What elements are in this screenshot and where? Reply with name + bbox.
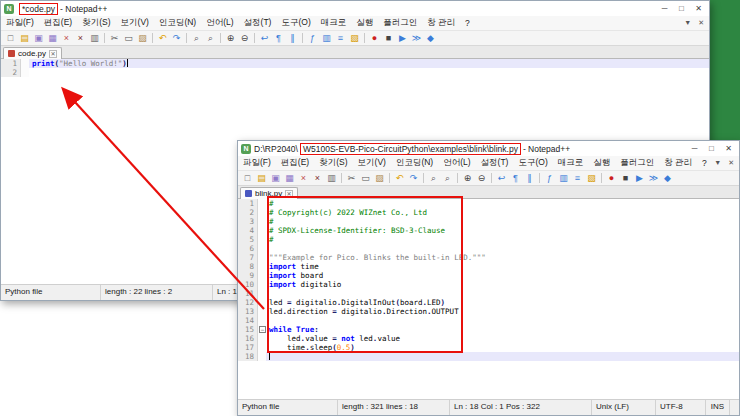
menu-item[interactable]: 도구(O) bbox=[276, 17, 315, 29]
menu-item[interactable]: 창 관리 bbox=[659, 157, 697, 169]
close-file-icon[interactable]: × bbox=[297, 172, 310, 184]
close-file-icon[interactable]: × bbox=[60, 32, 73, 44]
menu-item[interactable]: 찾기(S) bbox=[314, 157, 352, 169]
tab-close-icon[interactable]: ✕ bbox=[285, 190, 293, 198]
close-all-icon[interactable]: × bbox=[74, 32, 87, 44]
close-button[interactable]: ✕ bbox=[720, 144, 737, 153]
save-icon[interactable]: ▣ bbox=[32, 32, 45, 44]
menu-overflow-icon[interactable]: ▼ bbox=[684, 19, 691, 27]
redo-icon[interactable]: ↷ bbox=[407, 172, 420, 184]
replace-icon[interactable]: ⌕ bbox=[204, 32, 217, 44]
print-icon[interactable]: ▥ bbox=[88, 32, 101, 44]
menu-item[interactable]: 언어(L) bbox=[438, 157, 475, 169]
menu-item[interactable]: 플러그인 bbox=[378, 17, 422, 29]
copy-icon[interactable]: ▭ bbox=[122, 32, 135, 44]
macro-play-icon[interactable]: ▶ bbox=[396, 32, 409, 44]
zoom-in-icon[interactable]: ⊕ bbox=[224, 32, 237, 44]
folder-workspace-icon[interactable]: ▧ bbox=[585, 172, 598, 184]
new-file-icon[interactable]: □ bbox=[241, 172, 254, 184]
menu-item[interactable]: 실행 bbox=[351, 17, 378, 29]
menu-overflow-icon[interactable]: ▼ bbox=[714, 159, 721, 167]
maximize-button[interactable]: □ bbox=[703, 144, 720, 153]
word-wrap-icon[interactable]: ↩ bbox=[258, 32, 271, 44]
cut-icon[interactable]: ✂ bbox=[345, 172, 358, 184]
paste-icon[interactable]: ▨ bbox=[373, 172, 386, 184]
macro-save-icon[interactable]: ◆ bbox=[661, 172, 674, 184]
open-file-icon[interactable]: ▤ bbox=[18, 32, 31, 44]
macro-run-multiple-icon[interactable]: ≫ bbox=[410, 32, 423, 44]
editor-area[interactable]: 1#2# Copyright(c) 2022 WIZnet Co., Ltd3#… bbox=[238, 199, 739, 399]
menu-close-icon[interactable]: ✕ bbox=[728, 159, 734, 167]
macro-record-icon[interactable]: ● bbox=[605, 172, 618, 184]
find-icon[interactable]: ⌕ bbox=[190, 32, 203, 44]
copy-icon[interactable]: ▭ bbox=[359, 172, 372, 184]
paste-icon[interactable]: ▨ bbox=[136, 32, 149, 44]
function-list-icon[interactable]: ƒ bbox=[543, 172, 556, 184]
menu-item[interactable]: 설정(T) bbox=[476, 157, 514, 169]
menu-item[interactable]: 편집(E) bbox=[276, 157, 314, 169]
zoom-out-icon[interactable]: ⊖ bbox=[238, 32, 251, 44]
macro-play-icon[interactable]: ▶ bbox=[633, 172, 646, 184]
undo-icon[interactable]: ↶ bbox=[393, 172, 406, 184]
menu-item[interactable]: 파일(F) bbox=[238, 157, 276, 169]
save-all-icon[interactable]: ▦ bbox=[283, 172, 296, 184]
fold-collapse-icon[interactable]: − bbox=[259, 326, 266, 333]
doc-list-icon[interactable]: ≡ bbox=[571, 172, 584, 184]
menu-item[interactable]: 매크로 bbox=[316, 17, 352, 29]
menu-item[interactable]: 편집(E) bbox=[39, 17, 77, 29]
minimize-button[interactable]: ─ bbox=[686, 144, 703, 153]
menu-item[interactable]: 파일(F) bbox=[1, 17, 39, 29]
macro-run-multiple-icon[interactable]: ≫ bbox=[647, 172, 660, 184]
menu-item[interactable]: 보기(V) bbox=[116, 17, 154, 29]
tab-code-py[interactable]: code.py ✕ bbox=[3, 47, 62, 59]
menu-item[interactable]: ? bbox=[460, 18, 475, 28]
show-all-chars-icon[interactable]: ¶ bbox=[509, 172, 522, 184]
menu-item[interactable]: 보기(V) bbox=[353, 157, 391, 169]
close-all-icon[interactable]: × bbox=[311, 172, 324, 184]
print-icon[interactable]: ▥ bbox=[325, 172, 338, 184]
title-bar[interactable]: N D:\RP2040\W5100S-EVB-Pico-CircuitPytho… bbox=[238, 141, 739, 156]
title-bar[interactable]: N *code.py - Notepad++ ─ □ ✕ bbox=[1, 1, 709, 16]
menu-item[interactable]: 인코딩(N) bbox=[154, 17, 201, 29]
menu-item[interactable]: 플러그인 bbox=[615, 157, 659, 169]
macro-record-icon[interactable]: ● bbox=[368, 32, 381, 44]
zoom-out-icon[interactable]: ⊖ bbox=[475, 172, 488, 184]
doc-map-icon[interactable]: ▥ bbox=[320, 32, 333, 44]
cut-icon[interactable]: ✂ bbox=[108, 32, 121, 44]
macro-stop-icon[interactable]: ■ bbox=[619, 172, 632, 184]
close-button[interactable]: ✕ bbox=[690, 4, 707, 13]
folder-workspace-icon[interactable]: ▧ bbox=[348, 32, 361, 44]
word-wrap-icon[interactable]: ↩ bbox=[495, 172, 508, 184]
minimize-button[interactable]: ─ bbox=[656, 4, 673, 13]
menu-item[interactable]: 도구(O) bbox=[513, 157, 552, 169]
indent-guide-icon[interactable]: ∥ bbox=[523, 172, 536, 184]
tab-close-icon[interactable]: ✕ bbox=[49, 50, 57, 58]
macro-save-icon[interactable]: ◆ bbox=[424, 32, 437, 44]
doc-map-icon[interactable]: ▥ bbox=[557, 172, 570, 184]
new-file-icon[interactable]: □ bbox=[4, 32, 17, 44]
menu-item[interactable]: ? bbox=[697, 158, 712, 168]
tab-blink-py[interactable]: blink.py ✕ bbox=[240, 187, 298, 199]
replace-icon[interactable]: ⌕ bbox=[441, 172, 454, 184]
function-list-icon[interactable]: ƒ bbox=[306, 32, 319, 44]
zoom-in-icon[interactable]: ⊕ bbox=[461, 172, 474, 184]
menu-item[interactable]: 실행 bbox=[588, 157, 615, 169]
find-icon[interactable]: ⌕ bbox=[427, 172, 440, 184]
save-all-icon[interactable]: ▦ bbox=[46, 32, 59, 44]
menu-item[interactable]: 언어(L) bbox=[201, 17, 238, 29]
menu-close-icon[interactable]: ✕ bbox=[698, 19, 704, 27]
undo-icon[interactable]: ↶ bbox=[156, 32, 169, 44]
open-file-icon[interactable]: ▤ bbox=[255, 172, 268, 184]
menu-item[interactable]: 창 관리 bbox=[422, 17, 460, 29]
menu-item[interactable]: 인코딩(N) bbox=[391, 157, 438, 169]
menu-item[interactable]: 찾기(S) bbox=[77, 17, 115, 29]
indent-guide-icon[interactable]: ∥ bbox=[286, 32, 299, 44]
redo-icon[interactable]: ↷ bbox=[170, 32, 183, 44]
menu-item[interactable]: 매크로 bbox=[553, 157, 589, 169]
show-all-chars-icon[interactable]: ¶ bbox=[272, 32, 285, 44]
macro-stop-icon[interactable]: ■ bbox=[382, 32, 395, 44]
maximize-button[interactable]: □ bbox=[673, 4, 690, 13]
doc-list-icon[interactable]: ≡ bbox=[334, 32, 347, 44]
menu-item[interactable]: 설정(T) bbox=[239, 17, 277, 29]
save-icon[interactable]: ▣ bbox=[269, 172, 282, 184]
